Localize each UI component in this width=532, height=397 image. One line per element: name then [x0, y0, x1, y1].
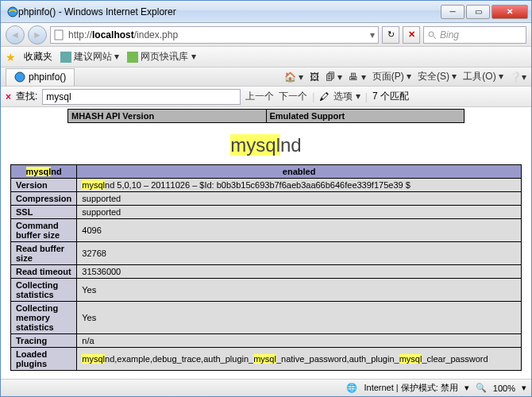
zone-dropdown-icon[interactable]: ▾	[465, 383, 469, 393]
find-label: 查找:	[16, 90, 37, 103]
stop-button[interactable]: ✕	[403, 26, 420, 44]
addr-dropdown-icon[interactable]: ▾	[370, 29, 375, 40]
window-buttons: ─ ▭ ✕	[439, 5, 528, 19]
close-button[interactable]: ✕	[492, 5, 528, 19]
table-row: Read buffer size32768	[11, 242, 522, 265]
refresh-button[interactable]: ↻	[382, 26, 399, 44]
table-row: Loaded pluginsmysqlnd,example,debug_trac…	[11, 348, 522, 371]
find-next-button[interactable]: 下一个	[279, 90, 307, 103]
svg-rect-5	[127, 52, 138, 63]
section-heading: mysqlnd	[1, 134, 531, 156]
find-prev-button[interactable]: 上一个	[245, 90, 274, 103]
url-text: http://localhost/index.php	[68, 29, 178, 40]
window: phpinfo() - Windows Internet Explorer ─ …	[0, 0, 532, 397]
maximize-button[interactable]: ▭	[466, 5, 490, 19]
search-placeholder: Bing	[440, 29, 459, 40]
table-row: Compressionsupported	[11, 192, 522, 206]
find-matches: 7 个匹配	[372, 90, 409, 103]
page-icon	[54, 29, 65, 40]
search-icon	[427, 30, 437, 40]
mail-button[interactable]: 🗐 ▾	[326, 70, 342, 83]
table-row: Versionmysqlnd 5,0,10 – 20111026 – $Id: …	[11, 179, 522, 192]
search-box[interactable]: Bing	[423, 26, 526, 44]
find-options[interactable]: 选项 ▾	[333, 90, 360, 103]
tab-bar: phpinfo() 🏠 ▾ 🖾 🗐 ▾ 🖶 ▾ 页面(P) ▾ 安全(S) ▾ …	[1, 67, 531, 87]
forward-button[interactable]: ►	[28, 25, 47, 44]
page-menu[interactable]: 页面(P) ▾	[372, 70, 411, 83]
favorites-bar: ★ 收藏夹 建议网站 ▾ 网页快讯库 ▾	[1, 47, 531, 67]
ie-icon	[7, 6, 18, 17]
feeds-button[interactable]: 🖾	[310, 70, 319, 83]
table-row: Collecting statisticsYes	[11, 279, 522, 302]
table-row: Command buffer size4096	[11, 219, 522, 242]
find-input[interactable]	[42, 89, 241, 105]
th-enabled: enabled	[77, 165, 522, 179]
window-title: phpinfo() - Windows Internet Explorer	[18, 6, 439, 17]
content-area[interactable]: MHASH API VersionEmulated Support mysqln…	[1, 107, 531, 379]
titlebar: phpinfo() - Windows Internet Explorer ─ …	[1, 1, 531, 23]
tools-menu[interactable]: 工具(O) ▾	[463, 70, 503, 83]
zoom-value: 100%	[493, 384, 515, 393]
table-row: Read timeout31536000	[11, 265, 522, 279]
find-highlight-icon[interactable]: 🖍	[319, 91, 329, 102]
svg-rect-4	[60, 52, 71, 63]
find-close-button[interactable]: ×	[6, 91, 11, 102]
svg-rect-1	[55, 30, 63, 40]
minimize-button[interactable]: ─	[441, 5, 465, 19]
help-menu[interactable]: ❔▾	[510, 70, 526, 83]
address-bar[interactable]: http://localhost/index.php ▾	[50, 26, 379, 44]
mhash-label: MHASH API Version	[68, 110, 267, 123]
webslice-icon	[127, 52, 138, 63]
home-button[interactable]: 🏠 ▾	[284, 70, 303, 83]
favorites-star-icon[interactable]: ★	[6, 51, 16, 64]
zoom-icon[interactable]: 🔍	[476, 383, 487, 393]
sites-icon	[60, 52, 71, 63]
svg-point-6	[15, 72, 25, 82]
fav-webslice[interactable]: 网页快讯库 ▾	[127, 50, 195, 64]
table-row: SSLsupported	[11, 206, 522, 219]
status-bar: 🌐 Internet | 保护模式: 禁用 ▾ 🔍 100% ▾	[1, 379, 531, 396]
svg-point-2	[429, 32, 434, 37]
safety-menu[interactable]: 安全(S) ▾	[418, 70, 457, 83]
top-info-box: MHASH API VersionEmulated Support	[67, 109, 465, 123]
zone-text: Internet | 保护模式: 禁用	[364, 382, 457, 394]
find-bar: × 查找: 上一个 下一个 | 🖍 选项 ▾ | 7 个匹配	[1, 87, 531, 107]
mhash-value: Emulated Support	[266, 110, 465, 123]
command-bar: 🏠 ▾ 🖾 🗐 ▾ 🖶 ▾ 页面(P) ▾ 安全(S) ▾ 工具(O) ▾ ❔▾	[284, 70, 526, 83]
favorites-label[interactable]: 收藏夹	[24, 50, 52, 64]
back-button[interactable]: ◄	[6, 25, 25, 44]
table-row: Collecting memory statisticsYes	[11, 302, 522, 334]
nav-row: ◄ ► http://localhost/index.php ▾ ↻ ✕ Bin…	[1, 23, 531, 47]
svg-line-3	[434, 37, 436, 39]
zoom-dropdown-icon[interactable]: ▾	[522, 383, 526, 393]
table-row: Tracingn/a	[11, 334, 522, 348]
tab-phpinfo[interactable]: phpinfo()	[6, 68, 75, 86]
print-button[interactable]: 🖶 ▾	[349, 70, 365, 83]
th-name: mysqlnd	[11, 165, 77, 179]
fav-suggested[interactable]: 建议网站 ▾	[60, 50, 119, 64]
ie-icon	[14, 71, 25, 83]
zone-icon: 🌐	[346, 383, 357, 393]
mysqlnd-table: mysqlnd enabled Versionmysqlnd 5,0,10 – …	[10, 164, 522, 371]
